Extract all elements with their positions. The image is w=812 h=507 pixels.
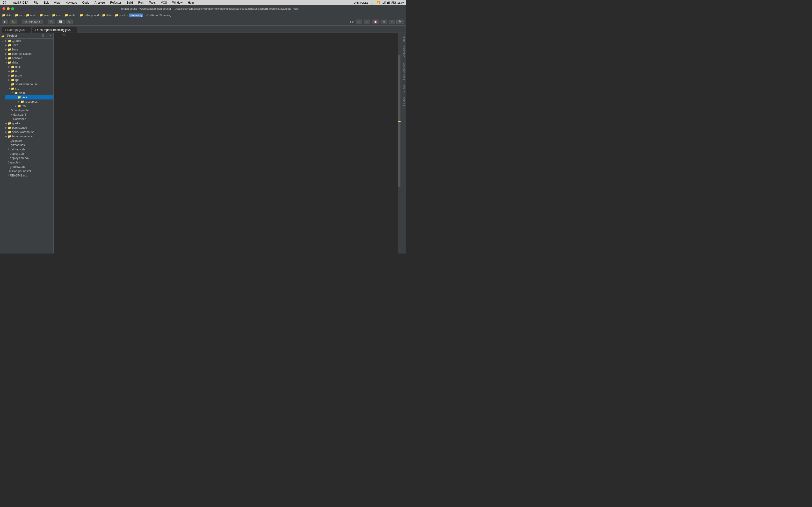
toolbar-sync-btn[interactable]: 🔄 [57, 19, 64, 24]
menu-refactor[interactable]: Refactor [109, 1, 122, 4]
tree-item-cat_tagssh[interactable]: Fcat_tags.sh [5, 147, 53, 152]
traffic-lights [2, 7, 14, 10]
toolbar-settings-btn[interactable]: ⚙ [66, 19, 73, 24]
tree-item-gradle[interactable]: ▶📁gradle [5, 121, 53, 125]
breadcrumb-data2[interactable]: 📁 data [102, 13, 111, 17]
menu-run[interactable]: Run [137, 1, 145, 4]
menu-view[interactable]: View [53, 1, 61, 4]
tree-item-terminal-service[interactable]: ▶📁terminal-service [5, 134, 53, 138]
tab-close-gpsreport[interactable]: × [73, 29, 74, 32]
toolbar: ▶ 🐛 ⚙ DataApp ▾ 🔨 🔄 ⚙ Git: ✓ ✓ ⏰ ↺ ⑂ 🔍 [0, 18, 406, 25]
menu-edit[interactable]: Edit [43, 1, 50, 4]
menu-window[interactable]: Window [171, 1, 184, 4]
tree-item-persistence[interactable]: ▶📁persistence [5, 125, 53, 130]
breadcrumb-com[interactable]: 📁 com [52, 13, 61, 17]
tree-item-datayaml[interactable]: Ydata.yaml [5, 113, 53, 117]
project-header-icons: ⚙ — × [42, 34, 51, 38]
structure-icon[interactable]: ≡ [0, 39, 5, 44]
menu-build[interactable]: Build [125, 1, 134, 4]
toolbar-separator [20, 20, 20, 24]
git-branches-btn[interactable]: ⑂ [389, 20, 395, 24]
minimize-button[interactable] [7, 7, 10, 10]
tree-item-data[interactable]: ▼📁data [5, 60, 53, 65]
git-revert-btn[interactable]: ↺ [381, 19, 388, 24]
run-config-selector[interactable]: ⚙ DataApp ▾ [22, 19, 43, 24]
project-tree: ▶📁.gradle▶📁.idea▶📁base▶📁communication▶📁c… [5, 39, 53, 253]
tab-dataapp[interactable]: J DataApp.java × [2, 27, 32, 33]
menu-navigate[interactable]: Navigate [64, 1, 78, 4]
tree-item-test[interactable]: ▶📁test [5, 104, 53, 108]
tree-item-out[interactable]: ▶📁out [5, 69, 53, 73]
breadcrumb-spark[interactable]: 📁 spark [115, 13, 126, 17]
tree-item-deployssh[interactable]: Fdeploys.sh [5, 152, 53, 156]
tree-item-buildgradle[interactable]: Gbuild.gradle [5, 108, 53, 113]
toolbar-build-btn[interactable]: 🔨 [48, 19, 55, 24]
breadcrumb-java[interactable]: 📁 java [39, 13, 49, 17]
toolbar-debug-btn[interactable]: 🐛 [10, 19, 17, 24]
tree-item-gitmodules[interactable]: F.gitmodules [5, 143, 53, 147]
hierarchy-icon[interactable]: ⋮ [0, 44, 5, 49]
code-content[interactable] [69, 33, 398, 253]
tree-item-console[interactable]: ▶📁console [5, 56, 53, 60]
editor-scrollbar[interactable] [398, 33, 401, 253]
tree-item-Dockerfile[interactable]: FDockerfile [5, 117, 53, 121]
maximize-button[interactable] [11, 7, 14, 10]
tree-item-spark-warehouse[interactable]: 📁spark-warehouse [5, 82, 53, 87]
right-panel-gradle[interactable]: Gradle [401, 82, 406, 95]
breadcrumb-main[interactable]: 📁 main [26, 13, 36, 17]
search-everywhere-btn[interactable]: 🔍 [396, 19, 404, 24]
right-panel-bean-validation[interactable]: Bean Validation [401, 60, 406, 82]
menu-analyze[interactable]: Analyze [94, 1, 106, 4]
breadcrumb-src[interactable]: 📁 src [15, 13, 23, 17]
tree-item-main[interactable]: ▼📁main [5, 91, 53, 95]
menu-tools[interactable]: Tools [148, 1, 157, 4]
toolbar-run-btn[interactable]: ▶ [2, 19, 8, 24]
tree-item-resources[interactable]: ▶📁resources [5, 100, 53, 104]
tree-item-proto[interactable]: ▶📁proto [5, 73, 53, 78]
tree-item-src[interactable]: ▼📁src [5, 87, 53, 91]
tree-item-gradle[interactable]: ▶📁.gradle [5, 39, 53, 43]
tab-gpsreportstreaming[interactable]: J GpsReportStreaming.java × [32, 27, 77, 33]
right-panel-build[interactable]: Build [401, 34, 406, 44]
tree-item-idea[interactable]: ▶📁.idea [5, 43, 53, 47]
tree-item-java[interactable]: ▼📁java [5, 95, 53, 100]
tree-item-rpc[interactable]: ▶📁rpc [5, 78, 53, 82]
menu-code[interactable]: Code [82, 1, 90, 4]
right-panel-database[interactable]: Database [401, 44, 406, 59]
close-button[interactable] [2, 7, 5, 10]
code-editor[interactable]: 25 [54, 33, 401, 253]
clock: 1月4日 周四 13:07 [382, 1, 404, 5]
git-checkmark-btn[interactable]: ✓ [356, 19, 362, 24]
tree-item-gradlewbat[interactable]: Fgradlew.bat [5, 165, 53, 169]
menu-help[interactable]: Help [187, 1, 195, 4]
breadcrumb-millionpound[interactable]: 📁 millionpound [80, 13, 99, 17]
app-menu-intellij[interactable]: IntelliJ IDEA [12, 1, 29, 4]
apple-menu[interactable]: ⌘ [2, 1, 7, 5]
tree-item-deployssh.bak[interactable]: Fdeploys.sh.bak [5, 156, 53, 160]
tree-item-million-poundiml[interactable]: Imillion-pound.iml [5, 169, 53, 173]
tree-item-communication[interactable]: ▶📁communication [5, 52, 53, 56]
breadcrumb-gpsreport[interactable]: GpsReportStreaming [146, 14, 171, 17]
tree-item-spark-warehouse[interactable]: ▶📁spark-warehouse [5, 130, 53, 134]
tree-item-base[interactable]: ▶📁base [5, 47, 53, 52]
right-panel-sciview[interactable]: SciView [401, 95, 406, 108]
project-settings-icon[interactable]: ⚙ [42, 34, 45, 38]
tree-item-gitignore[interactable]: F.gitignore [5, 138, 53, 143]
folder-icon: 📁 [64, 13, 68, 17]
tree-item-READMEmd[interactable]: FREADME.md [5, 173, 53, 178]
git-commit-btn[interactable]: ✓ [364, 19, 370, 24]
folder-icon: 📁 [39, 13, 43, 17]
folder-icon: 📁 [52, 13, 56, 17]
tree-item-gradlew[interactable]: Ggradlew [5, 160, 53, 165]
breadcrumb-data[interactable]: 📁 data [2, 13, 11, 17]
tab-close-dataapp[interactable]: × [27, 29, 28, 32]
menu-vcs[interactable]: VCS [160, 1, 168, 4]
breadcrumb-zeaho[interactable]: 📁 zeaho [64, 13, 76, 17]
project-collapse-icon[interactable]: — [45, 34, 49, 38]
git-history-btn[interactable]: ⏰ [372, 19, 379, 24]
menu-file[interactable]: File [33, 1, 39, 4]
project-view-icon[interactable]: 📁 [0, 34, 5, 39]
project-close-icon[interactable]: × [50, 34, 51, 38]
breadcrumb-streaming[interactable]: streaming [129, 13, 143, 17]
tree-item-build[interactable]: ▶📁build [5, 65, 53, 69]
